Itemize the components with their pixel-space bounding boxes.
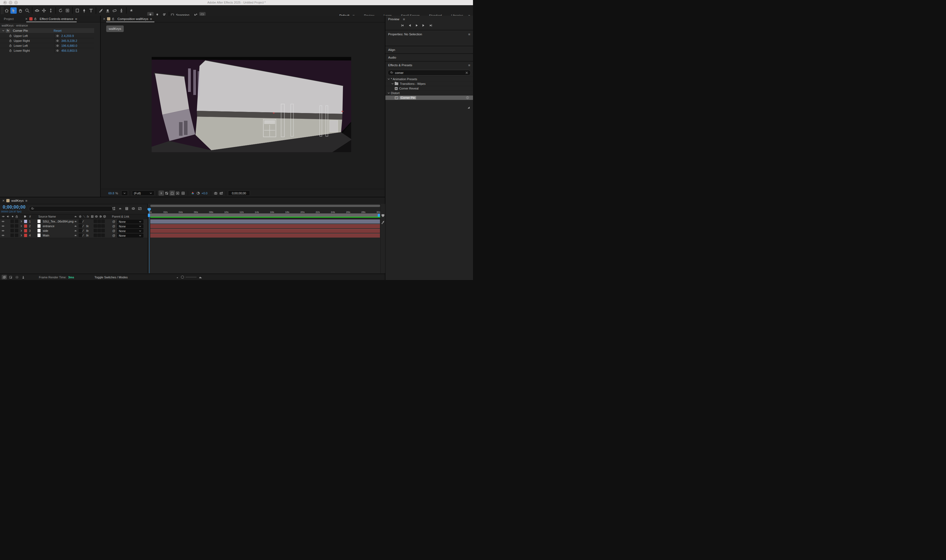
point-picker-button[interactable]: [55, 38, 60, 43]
video-column-icon[interactable]: [2, 214, 5, 219]
first-frame-button[interactable]: [400, 23, 405, 28]
audio-toggle[interactable]: [11, 220, 14, 223]
solo-toggle[interactable]: [15, 220, 18, 223]
orbit-camera-tool[interactable]: [34, 8, 40, 14]
rectangle-tool[interactable]: [74, 8, 80, 14]
layer-duration-bar[interactable]: [150, 220, 380, 224]
index-column-label[interactable]: #: [29, 214, 31, 219]
fx-toggle[interactable]: fx: [86, 224, 89, 228]
tab-effect-controls[interactable]: Effect Controls entrance: [40, 17, 73, 20]
expand-render-time-icon[interactable]: [20, 275, 26, 280]
tree-item-label[interactable]: Distort: [391, 91, 400, 95]
search-input[interactable]: corner: [395, 71, 463, 74]
channel-icon[interactable]: [190, 191, 195, 196]
effect-header-row[interactable]: fx Corner Pin Reset: [0, 28, 94, 33]
point-picker-button[interactable]: [55, 43, 60, 48]
audio-column-icon[interactable]: [6, 214, 9, 219]
panel-menu-icon[interactable]: ≡: [150, 17, 152, 21]
region-of-interest-icon[interactable]: [175, 191, 180, 196]
expand-transfer-controls-icon[interactable]: [8, 275, 13, 280]
parent-pickwhip-icon[interactable]: @: [112, 219, 115, 224]
audio-toggle[interactable]: [11, 229, 14, 232]
param-value[interactable]: 345.9,228.2: [61, 39, 77, 42]
threed-switch-icon[interactable]: [103, 214, 106, 219]
parent-pickwhip-icon[interactable]: @: [112, 229, 115, 233]
tab-timeline[interactable]: wallKeys: [11, 199, 23, 202]
frame-blending-icon[interactable]: [125, 207, 129, 211]
panel-menu-icon[interactable]: ≡: [468, 63, 470, 67]
shy-icon[interactable]: [74, 224, 77, 228]
parent-pickwhip-icon[interactable]: @: [112, 224, 115, 228]
switch-toggle[interactable]: [101, 234, 105, 237]
parent-link-column-label[interactable]: Parent & Link: [112, 214, 129, 219]
collapse-toggle[interactable]: [78, 220, 82, 223]
zoom-dropdown[interactable]: [121, 191, 128, 196]
tab-project[interactable]: Project: [4, 17, 14, 20]
panel-menu-icon[interactable]: ≡: [468, 32, 470, 36]
comp-marker-bin-icon[interactable]: [381, 214, 385, 218]
source-name-column-label[interactable]: Source Name: [38, 214, 56, 219]
search-icon[interactable]: [390, 71, 393, 74]
grid-guides-icon[interactable]: [180, 191, 186, 196]
switch-toggle[interactable]: [101, 229, 105, 232]
parent-dropdown[interactable]: None: [117, 229, 143, 233]
layer-visibility-icon[interactable]: [2, 233, 5, 238]
layer-name[interactable]: SSU_Tex...06x994.png: [43, 219, 74, 224]
track-area[interactable]: 0s02s04s06s08s10s12s14s16s18s20s22s24s26…: [148, 204, 380, 273]
label-column-icon[interactable]: [23, 214, 27, 219]
tree-item-distort[interactable]: Distort: [385, 91, 473, 95]
layer-label-swatch[interactable]: [24, 220, 27, 223]
panel-menu-icon[interactable]: ≡: [403, 17, 405, 22]
layer-row-main[interactable]: 4Main∕fx@None: [0, 233, 148, 238]
preview-timecode[interactable]: 0;00;00;00: [228, 191, 250, 196]
layer-duration-bar[interactable]: [150, 234, 380, 238]
collapse-toggle[interactable]: [78, 229, 82, 232]
hand-tool[interactable]: [17, 8, 23, 14]
zoom-window-icon[interactable]: [14, 1, 18, 5]
rotation-tool[interactable]: [57, 8, 64, 14]
effects-search-box[interactable]: corner: [388, 70, 471, 75]
expand-layer-icon[interactable]: [20, 229, 23, 233]
panel-menu-icon[interactable]: ≡: [75, 17, 77, 21]
resolution-dropdown[interactable]: (Full): [132, 191, 154, 196]
properties-title[interactable]: Properties: No Selection: [388, 32, 422, 36]
exposure-value[interactable]: +0.0: [202, 192, 208, 195]
timeline-search-box[interactable]: [29, 206, 113, 212]
quality-switch-icon[interactable]: ⟍: [83, 214, 85, 219]
close-tab-icon[interactable]: ✕: [2, 199, 5, 203]
comp-nav-button[interactable]: wallKeys: [106, 25, 124, 32]
reset-link[interactable]: Reset: [54, 29, 62, 32]
collapse-switch-icon[interactable]: [78, 214, 82, 219]
close-tab-icon[interactable]: ✕: [103, 17, 105, 21]
expand-layer-icon[interactable]: [20, 233, 23, 238]
layer-visibility-icon[interactable]: [2, 224, 5, 228]
adjustment-switch-icon[interactable]: [99, 214, 102, 219]
playhead-line[interactable]: [149, 208, 150, 273]
tree-item--animation-presets[interactable]: * Animation Presets: [385, 77, 473, 81]
stopwatch-icon[interactable]: [9, 39, 12, 42]
collapse-effect-icon[interactable]: [2, 29, 5, 32]
playhead-handle[interactable]: [147, 208, 151, 212]
toggle-switches-button[interactable]: Toggle Switches / Modes: [94, 275, 128, 279]
shy-switch-icon[interactable]: [74, 214, 77, 219]
next-frame-button[interactable]: [421, 23, 426, 28]
last-frame-button[interactable]: [428, 23, 433, 28]
tree-item-transitions-wipes[interactable]: Transitions - Wipes: [385, 81, 473, 86]
switch-toggle[interactable]: [94, 229, 97, 232]
switch-toggle[interactable]: [97, 234, 101, 237]
quality-toggle[interactable]: ∕: [83, 233, 83, 238]
minimize-window-icon[interactable]: [9, 1, 12, 5]
collapse-toggle[interactable]: [78, 224, 82, 228]
solo-column-icon[interactable]: [11, 214, 14, 219]
close-tab-icon[interactable]: ✕: [25, 17, 28, 21]
param-value[interactable]: 2.4,203.9: [61, 34, 74, 37]
expand-in-out-icon[interactable]: [14, 275, 20, 280]
switch-toggle[interactable]: [94, 234, 97, 237]
graph-editor-icon[interactable]: [138, 207, 142, 211]
switch-toggle[interactable]: [94, 224, 97, 228]
layer-row-ssu-tex-06x994-png[interactable]: 1SSU_Tex...06x994.png∕@None: [0, 219, 148, 224]
stopwatch-icon[interactable]: [9, 49, 12, 52]
search-icon[interactable]: [31, 207, 34, 211]
unlock-icon[interactable]: [34, 17, 37, 20]
solo-toggle[interactable]: [15, 234, 18, 237]
